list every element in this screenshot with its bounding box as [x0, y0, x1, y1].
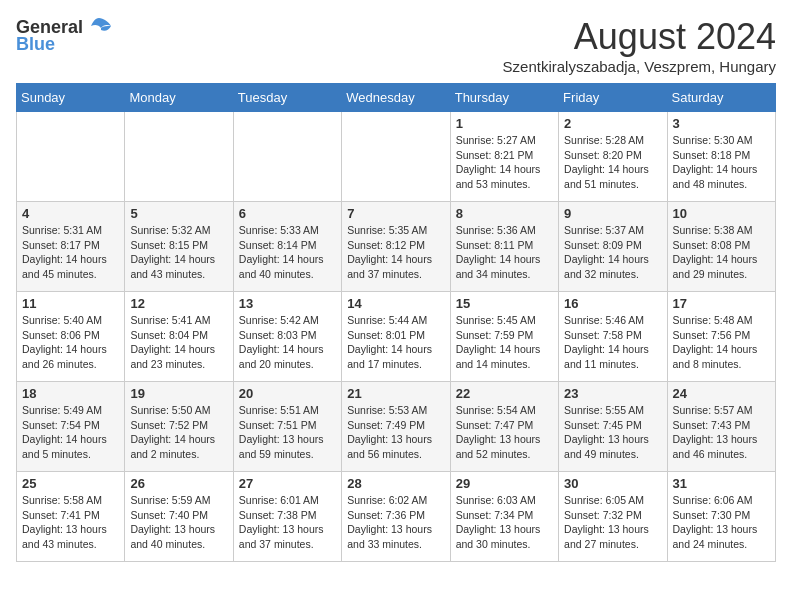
calendar-cell: 13Sunrise: 5:42 AM Sunset: 8:03 PM Dayli… — [233, 292, 341, 382]
calendar-cell: 8Sunrise: 5:36 AM Sunset: 8:11 PM Daylig… — [450, 202, 558, 292]
day-number: 3 — [673, 116, 770, 131]
header-sunday: Sunday — [17, 84, 125, 112]
day-number: 22 — [456, 386, 553, 401]
calendar-cell: 24Sunrise: 5:57 AM Sunset: 7:43 PM Dayli… — [667, 382, 775, 472]
logo-blue-text: Blue — [16, 34, 55, 55]
day-number: 17 — [673, 296, 770, 311]
calendar-week-2: 4Sunrise: 5:31 AM Sunset: 8:17 PM Daylig… — [17, 202, 776, 292]
day-info: Sunrise: 6:01 AM Sunset: 7:38 PM Dayligh… — [239, 493, 336, 552]
day-info: Sunrise: 5:37 AM Sunset: 8:09 PM Dayligh… — [564, 223, 661, 282]
calendar-cell: 18Sunrise: 5:49 AM Sunset: 7:54 PM Dayli… — [17, 382, 125, 472]
day-info: Sunrise: 5:45 AM Sunset: 7:59 PM Dayligh… — [456, 313, 553, 372]
day-info: Sunrise: 6:03 AM Sunset: 7:34 PM Dayligh… — [456, 493, 553, 552]
calendar-table: SundayMondayTuesdayWednesdayThursdayFrid… — [16, 83, 776, 562]
calendar-cell: 2Sunrise: 5:28 AM Sunset: 8:20 PM Daylig… — [559, 112, 667, 202]
day-number: 15 — [456, 296, 553, 311]
day-number: 10 — [673, 206, 770, 221]
day-info: Sunrise: 5:38 AM Sunset: 8:08 PM Dayligh… — [673, 223, 770, 282]
calendar-cell: 21Sunrise: 5:53 AM Sunset: 7:49 PM Dayli… — [342, 382, 450, 472]
day-number: 26 — [130, 476, 227, 491]
logo: General Blue — [16, 16, 113, 55]
day-number: 28 — [347, 476, 444, 491]
day-number: 5 — [130, 206, 227, 221]
day-number: 12 — [130, 296, 227, 311]
calendar-cell: 14Sunrise: 5:44 AM Sunset: 8:01 PM Dayli… — [342, 292, 450, 382]
day-number: 19 — [130, 386, 227, 401]
day-info: Sunrise: 5:59 AM Sunset: 7:40 PM Dayligh… — [130, 493, 227, 552]
day-info: Sunrise: 5:55 AM Sunset: 7:45 PM Dayligh… — [564, 403, 661, 462]
calendar-cell: 4Sunrise: 5:31 AM Sunset: 8:17 PM Daylig… — [17, 202, 125, 292]
calendar-cell — [17, 112, 125, 202]
location: Szentkiralyszabadja, Veszprem, Hungary — [503, 58, 776, 75]
day-info: Sunrise: 5:35 AM Sunset: 8:12 PM Dayligh… — [347, 223, 444, 282]
day-number: 30 — [564, 476, 661, 491]
day-info: Sunrise: 5:54 AM Sunset: 7:47 PM Dayligh… — [456, 403, 553, 462]
calendar-cell: 28Sunrise: 6:02 AM Sunset: 7:36 PM Dayli… — [342, 472, 450, 562]
day-number: 6 — [239, 206, 336, 221]
calendar-cell: 6Sunrise: 5:33 AM Sunset: 8:14 PM Daylig… — [233, 202, 341, 292]
title-area: August 2024 Szentkiralyszabadja, Veszpre… — [503, 16, 776, 75]
day-info: Sunrise: 5:49 AM Sunset: 7:54 PM Dayligh… — [22, 403, 119, 462]
calendar-cell: 9Sunrise: 5:37 AM Sunset: 8:09 PM Daylig… — [559, 202, 667, 292]
day-number: 27 — [239, 476, 336, 491]
day-info: Sunrise: 6:06 AM Sunset: 7:30 PM Dayligh… — [673, 493, 770, 552]
calendar-cell: 10Sunrise: 5:38 AM Sunset: 8:08 PM Dayli… — [667, 202, 775, 292]
calendar-cell: 23Sunrise: 5:55 AM Sunset: 7:45 PM Dayli… — [559, 382, 667, 472]
day-number: 24 — [673, 386, 770, 401]
day-info: Sunrise: 5:44 AM Sunset: 8:01 PM Dayligh… — [347, 313, 444, 372]
day-info: Sunrise: 5:41 AM Sunset: 8:04 PM Dayligh… — [130, 313, 227, 372]
calendar-week-1: 1Sunrise: 5:27 AM Sunset: 8:21 PM Daylig… — [17, 112, 776, 202]
calendar-cell: 11Sunrise: 5:40 AM Sunset: 8:06 PM Dayli… — [17, 292, 125, 382]
day-info: Sunrise: 5:53 AM Sunset: 7:49 PM Dayligh… — [347, 403, 444, 462]
calendar-cell: 25Sunrise: 5:58 AM Sunset: 7:41 PM Dayli… — [17, 472, 125, 562]
calendar-cell: 12Sunrise: 5:41 AM Sunset: 8:04 PM Dayli… — [125, 292, 233, 382]
day-number: 2 — [564, 116, 661, 131]
day-info: Sunrise: 5:42 AM Sunset: 8:03 PM Dayligh… — [239, 313, 336, 372]
day-number: 16 — [564, 296, 661, 311]
calendar-header-row: SundayMondayTuesdayWednesdayThursdayFrid… — [17, 84, 776, 112]
logo-bird-icon — [85, 16, 113, 38]
calendar-cell: 30Sunrise: 6:05 AM Sunset: 7:32 PM Dayli… — [559, 472, 667, 562]
day-number: 29 — [456, 476, 553, 491]
day-number: 14 — [347, 296, 444, 311]
calendar-week-4: 18Sunrise: 5:49 AM Sunset: 7:54 PM Dayli… — [17, 382, 776, 472]
day-info: Sunrise: 5:57 AM Sunset: 7:43 PM Dayligh… — [673, 403, 770, 462]
day-number: 13 — [239, 296, 336, 311]
day-number: 20 — [239, 386, 336, 401]
day-info: Sunrise: 5:32 AM Sunset: 8:15 PM Dayligh… — [130, 223, 227, 282]
calendar-cell — [342, 112, 450, 202]
header-tuesday: Tuesday — [233, 84, 341, 112]
day-number: 8 — [456, 206, 553, 221]
header-friday: Friday — [559, 84, 667, 112]
day-number: 31 — [673, 476, 770, 491]
day-info: Sunrise: 6:02 AM Sunset: 7:36 PM Dayligh… — [347, 493, 444, 552]
day-number: 18 — [22, 386, 119, 401]
day-info: Sunrise: 5:27 AM Sunset: 8:21 PM Dayligh… — [456, 133, 553, 192]
day-number: 11 — [22, 296, 119, 311]
day-number: 25 — [22, 476, 119, 491]
calendar-cell: 3Sunrise: 5:30 AM Sunset: 8:18 PM Daylig… — [667, 112, 775, 202]
header-wednesday: Wednesday — [342, 84, 450, 112]
page-header: General Blue August 2024 Szentkiralyszab… — [16, 16, 776, 75]
day-info: Sunrise: 5:50 AM Sunset: 7:52 PM Dayligh… — [130, 403, 227, 462]
day-info: Sunrise: 5:46 AM Sunset: 7:58 PM Dayligh… — [564, 313, 661, 372]
day-info: Sunrise: 5:36 AM Sunset: 8:11 PM Dayligh… — [456, 223, 553, 282]
day-info: Sunrise: 5:58 AM Sunset: 7:41 PM Dayligh… — [22, 493, 119, 552]
calendar-cell: 5Sunrise: 5:32 AM Sunset: 8:15 PM Daylig… — [125, 202, 233, 292]
calendar-cell: 29Sunrise: 6:03 AM Sunset: 7:34 PM Dayli… — [450, 472, 558, 562]
header-monday: Monday — [125, 84, 233, 112]
day-info: Sunrise: 5:40 AM Sunset: 8:06 PM Dayligh… — [22, 313, 119, 372]
calendar-cell: 22Sunrise: 5:54 AM Sunset: 7:47 PM Dayli… — [450, 382, 558, 472]
calendar-cell: 1Sunrise: 5:27 AM Sunset: 8:21 PM Daylig… — [450, 112, 558, 202]
day-info: Sunrise: 6:05 AM Sunset: 7:32 PM Dayligh… — [564, 493, 661, 552]
calendar-cell: 31Sunrise: 6:06 AM Sunset: 7:30 PM Dayli… — [667, 472, 775, 562]
calendar-cell: 16Sunrise: 5:46 AM Sunset: 7:58 PM Dayli… — [559, 292, 667, 382]
calendar-week-5: 25Sunrise: 5:58 AM Sunset: 7:41 PM Dayli… — [17, 472, 776, 562]
calendar-cell: 26Sunrise: 5:59 AM Sunset: 7:40 PM Dayli… — [125, 472, 233, 562]
calendar-cell: 7Sunrise: 5:35 AM Sunset: 8:12 PM Daylig… — [342, 202, 450, 292]
header-thursday: Thursday — [450, 84, 558, 112]
day-info: Sunrise: 5:31 AM Sunset: 8:17 PM Dayligh… — [22, 223, 119, 282]
day-info: Sunrise: 5:51 AM Sunset: 7:51 PM Dayligh… — [239, 403, 336, 462]
day-number: 1 — [456, 116, 553, 131]
calendar-cell: 15Sunrise: 5:45 AM Sunset: 7:59 PM Dayli… — [450, 292, 558, 382]
